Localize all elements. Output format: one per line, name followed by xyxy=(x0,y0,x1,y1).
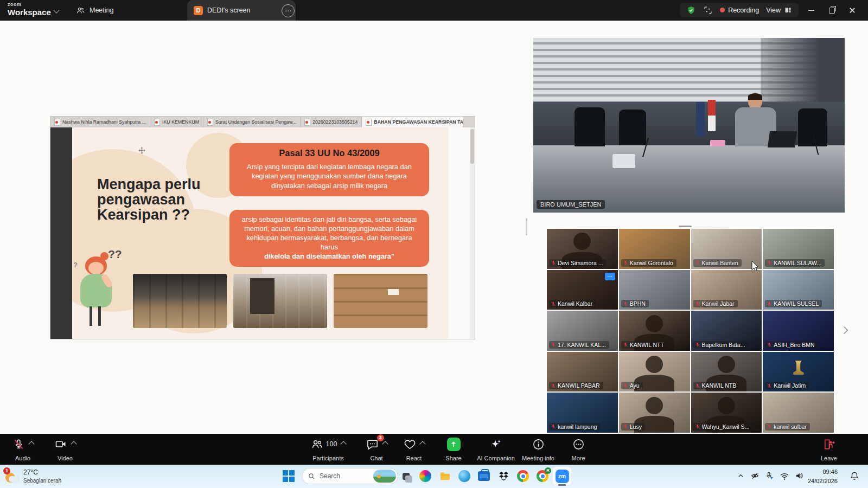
mic-muted-icon xyxy=(12,438,25,451)
participant-name-label: Wahyu_Kanwil S... xyxy=(693,423,753,431)
dropbox-button[interactable] xyxy=(494,467,513,485)
pdf-tab-label: IKU KEMENKUM xyxy=(162,119,199,125)
participant-tile[interactable]: ⋯ kanwil lampung xyxy=(547,393,618,433)
participant-name: KANWIL SULAW... xyxy=(774,260,821,266)
participant-tile[interactable]: ⋯ Kanwil Kalbar xyxy=(547,270,618,310)
react-chevron[interactable] xyxy=(419,441,425,447)
task-view-button[interactable] xyxy=(397,467,415,485)
chrome-button[interactable] xyxy=(514,467,532,485)
participant-tile[interactable]: ⋯ KANWIL PABAR xyxy=(547,352,618,392)
copilot-button[interactable] xyxy=(416,467,435,485)
participant-name-label: kanwil sulbar xyxy=(765,423,810,431)
muted-mic-icon xyxy=(695,301,700,307)
participant-name: KANWIL NTB xyxy=(702,382,737,389)
sparkle-icon xyxy=(489,438,502,451)
pdf-body: Mengapa perlu pengawasan Kearsipan ?? Pa… xyxy=(50,127,475,339)
main-speaker-video[interactable]: BIRO UMUM_SETJEN xyxy=(533,38,845,213)
dropbox-icon xyxy=(498,471,509,481)
warehouse-photo-2 xyxy=(233,274,327,328)
participant-name-label: Ayu xyxy=(621,382,643,389)
participant-tile[interactable]: ⋯ 17. KANWIL KAL... xyxy=(547,311,618,351)
participant-tile[interactable]: ⋯ Lusy xyxy=(619,393,690,433)
participant-tile[interactable]: ⋯ KANWIL SULAW... xyxy=(763,229,834,269)
participant-tile[interactable]: ⋯ KANWIL SULSEL xyxy=(763,270,834,310)
restore-button[interactable] xyxy=(821,0,842,21)
security-shield-icon[interactable] xyxy=(686,5,696,15)
weather-description: Sebagian cerah xyxy=(23,478,61,484)
minimize-button[interactable] xyxy=(801,0,821,21)
video-panel-scrollbar[interactable] xyxy=(526,218,527,235)
edge-button[interactable] xyxy=(455,467,474,485)
next-page-button[interactable] xyxy=(839,323,850,337)
profile-badge: R xyxy=(545,467,551,474)
participant-name: 17. KANWIL KAL... xyxy=(558,342,606,348)
zoom-app-icon: zm xyxy=(556,470,569,483)
participant-tile[interactable]: ⋯ Kanwil Jatim xyxy=(763,352,834,392)
participant-tile[interactable]: ⋯ kanwil sulbar xyxy=(763,393,834,433)
participant-name: Kanwil Jabar xyxy=(702,300,735,307)
participants-button[interactable]: 100 Participants xyxy=(301,437,355,461)
participant-tile[interactable]: ⋯ Kanwil Gorontalo xyxy=(619,229,690,269)
participant-name-label: Lusy xyxy=(621,423,645,431)
flag xyxy=(696,102,705,137)
participant-name: Kanwil Jatim xyxy=(774,382,806,389)
chrome-profile-button[interactable]: R xyxy=(533,467,552,485)
participant-tile[interactable]: ⋯ Devi Simamora ... xyxy=(547,229,618,269)
participant-tile[interactable]: ⋯ ASIH_Biro BMN xyxy=(763,311,834,351)
tab-shared-screen[interactable]: D DEDI's screen xyxy=(187,0,296,21)
participant-name-label: Bapelkum Bata... xyxy=(693,341,749,349)
muted-mic-icon xyxy=(551,342,556,348)
search-box[interactable]: Search xyxy=(302,468,398,484)
participant-name: Wahyu_Kanwil S... xyxy=(702,423,750,430)
chevron-down-icon[interactable] xyxy=(53,7,59,13)
participant-grid: ⋯ Devi Simamora ... ⋯ Kanwil Gorontalo ⋯… xyxy=(547,229,834,433)
leave-icon xyxy=(823,438,835,451)
participant-tile[interactable]: ⋯ Wahyu_Kanwil S... xyxy=(691,393,762,433)
heart-icon xyxy=(404,438,416,451)
speaker-icon[interactable] xyxy=(795,471,804,480)
participant-tile[interactable]: ⋯ KANWIL NTT xyxy=(619,311,690,351)
participant-name: Devi Simamora ... xyxy=(558,260,603,266)
participant-name: Lusy xyxy=(630,423,642,430)
video-options-chevron[interactable] xyxy=(71,441,76,447)
pdf-file-icon xyxy=(54,119,60,126)
participant-name-label: ASIH_Biro BMN xyxy=(765,341,818,349)
wifi-icon[interactable] xyxy=(780,472,789,480)
tab-options-icon[interactable]: ⋯ xyxy=(282,4,295,17)
participant-name-label: Devi Simamora ... xyxy=(549,259,606,267)
connection-icon[interactable] xyxy=(703,5,713,15)
pdf-tab: 20260223103505214 xyxy=(301,117,362,127)
video-label: Video xyxy=(38,455,92,461)
tile-menu-button[interactable]: ⋯ xyxy=(605,273,615,280)
chevron-right-icon xyxy=(840,326,848,334)
audio-options-chevron[interactable] xyxy=(28,441,34,447)
more-button[interactable]: More xyxy=(551,437,605,461)
clock[interactable]: 09:46 24/02/2026 xyxy=(808,467,838,485)
notification-bell-icon[interactable] xyxy=(850,471,859,481)
hidden-eye-icon[interactable] xyxy=(750,471,760,480)
mail-app-button[interactable] xyxy=(475,467,493,485)
close-button[interactable] xyxy=(842,0,863,21)
video-button[interactable]: Video xyxy=(38,437,92,461)
weather-widget[interactable]: 1 27°C Sebagian cerah xyxy=(4,466,61,484)
layout-view-icon xyxy=(784,6,792,14)
participant-tile[interactable]: ⋯ Bapelkum Bata... xyxy=(691,311,762,351)
participant-tile[interactable]: ⋯ Ayu xyxy=(619,352,690,392)
participants-chevron[interactable] xyxy=(341,441,347,447)
zoom-workspace-logo: zoom Workspace xyxy=(8,2,51,16)
leave-button[interactable]: Leave xyxy=(802,437,856,461)
zoom-app-button[interactable]: zm xyxy=(553,467,571,485)
participant-tile[interactable]: ⋯ KANWIL NTB xyxy=(691,352,762,392)
camera-icon xyxy=(54,438,67,451)
participant-tile[interactable]: ⋯ BPHN xyxy=(619,270,690,310)
thinking-person-illustration: ?? ? xyxy=(75,252,136,338)
file-explorer-button[interactable] xyxy=(436,467,454,485)
mic-location-icon[interactable] xyxy=(765,471,774,480)
view-button[interactable]: View xyxy=(766,6,792,14)
participants-label: Participants xyxy=(301,455,355,461)
participant-tile[interactable]: ⋯ Kanwil Jabar xyxy=(691,270,762,310)
start-button[interactable] xyxy=(283,470,295,482)
panel-resize-handle[interactable] xyxy=(679,226,692,227)
tray-chevron-up-icon[interactable] xyxy=(737,472,745,480)
tab-meeting[interactable]: Meeting xyxy=(76,0,113,21)
